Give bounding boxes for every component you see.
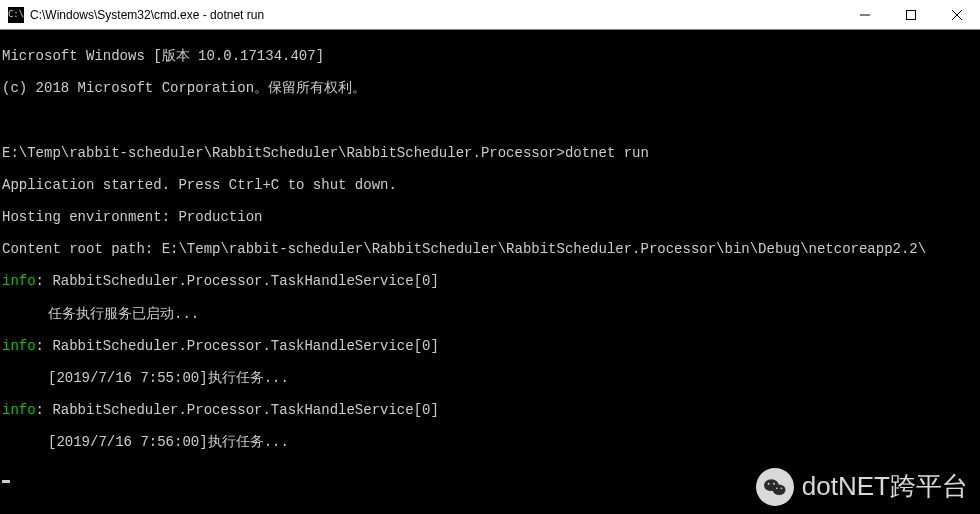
svg-point-5 [773,484,786,495]
svg-point-6 [768,483,770,485]
copyright-line: (c) 2018 Microsoft Corporation。保留所有权利。 [2,80,978,96]
terminal-cursor [2,480,10,483]
svg-point-9 [780,488,782,490]
close-button[interactable] [934,0,980,30]
log-message: [2019/7/16 7:55:00]执行任务... [2,370,978,386]
log-source: : RabbitScheduler.Processor.TaskHandleSe… [36,402,439,418]
log-message: [2019/7/16 7:56:00]执行任务... [2,434,978,450]
windows-version-line: Microsoft Windows [版本 10.0.17134.407] [2,48,978,64]
svg-rect-1 [907,10,916,19]
content-root-line: Content root path: E:\Temp\rabbit-schedu… [2,241,978,257]
log-level-info: info [2,273,36,289]
cmd-icon: C:\ [8,7,24,23]
app-started-line: Application started. Press Ctrl+C to shu… [2,177,978,193]
log-entry: info: RabbitScheduler.Processor.TaskHand… [2,338,978,354]
watermark-text: dotNET跨平台 [802,472,968,502]
window-controls [842,0,980,30]
log-message: 任务执行服务已启动... [2,306,978,322]
svg-point-7 [773,483,775,485]
log-source: : RabbitScheduler.Processor.TaskHandleSe… [36,338,439,354]
minimize-button[interactable] [842,0,888,30]
entered-command: dotnet run [565,145,649,161]
window-titlebar: C:\ C:\Windows\System32\cmd.exe - dotnet… [0,0,980,30]
prompt-path: E:\Temp\rabbit-scheduler\RabbitScheduler… [2,145,565,161]
command-prompt-line: E:\Temp\rabbit-scheduler\RabbitScheduler… [2,145,978,161]
terminal-output[interactable]: Microsoft Windows [版本 10.0.17134.407] (c… [0,30,980,514]
window-title: C:\Windows\System32\cmd.exe - dotnet run [30,8,842,22]
hosting-env-line: Hosting environment: Production [2,209,978,225]
log-level-info: info [2,338,36,354]
watermark: dotNET跨平台 [756,468,968,506]
svg-point-8 [776,488,778,490]
log-entry: info: RabbitScheduler.Processor.TaskHand… [2,402,978,418]
wechat-icon [756,468,794,506]
log-level-info: info [2,402,36,418]
log-entry: info: RabbitScheduler.Processor.TaskHand… [2,273,978,289]
log-source: : RabbitScheduler.Processor.TaskHandleSe… [36,273,439,289]
maximize-button[interactable] [888,0,934,30]
